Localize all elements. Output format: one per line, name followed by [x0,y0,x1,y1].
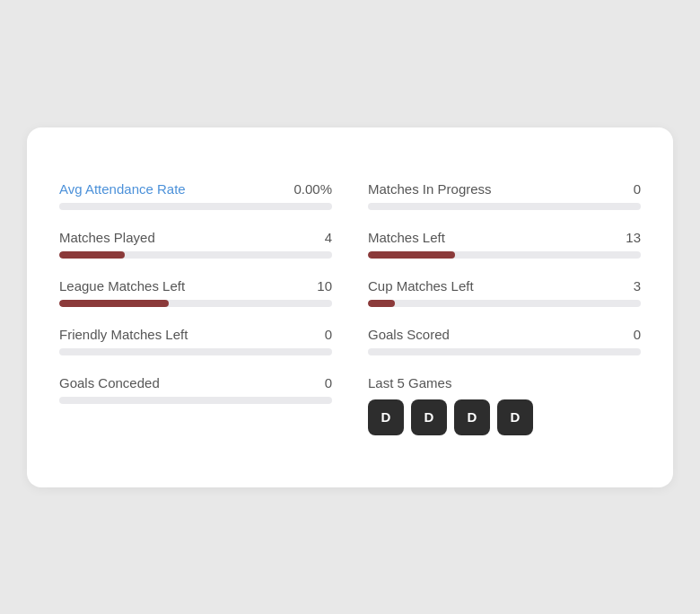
stat-value-league-matches-left: 10 [317,278,332,294]
stat-label-cup-matches-left: Cup Matches Left [368,278,474,294]
stat-label-avg-attendance: Avg Attendance Rate [59,181,186,197]
stat-row-cup-matches-left: Cup Matches Left3 [368,278,641,294]
stat-row-matches-left: Matches Left13 [368,230,641,245]
stat-value-avg-attendance: 0.00% [293,181,332,197]
stat-item-cup-matches-left: Cup Matches Left3 [368,278,641,307]
stat-value-matches-in-progress: 0 [634,181,641,197]
stats-grid: Avg Attendance Rate0.00%Matches Played4L… [59,181,641,455]
progress-bg-matches-left [368,251,641,259]
stat-item-avg-attendance: Avg Attendance Rate0.00% [59,181,332,210]
stat-value-cup-matches-left: 3 [634,278,641,294]
progress-bg-friendly-matches-left [59,348,332,355]
progress-fill-cup-matches-left [368,300,395,307]
games-badges: DDDD [368,399,641,435]
progress-bg-matches-in-progress [368,203,641,210]
left-column: Avg Attendance Rate0.00%Matches Played4L… [59,181,332,455]
stat-label-league-matches-left: League Matches Left [59,278,185,294]
game-badge: D [497,399,533,435]
stat-item-matches-in-progress: Matches In Progress0 [368,181,641,210]
game-badge: D [411,399,447,435]
stat-value-goals-conceded: 0 [325,375,332,390]
progress-bg-goals-scored [368,348,641,355]
right-column: Matches In Progress0Matches Left13Cup Ma… [368,181,641,455]
stat-row-avg-attendance: Avg Attendance Rate0.00% [59,181,332,197]
progress-bg-avg-attendance [59,203,332,210]
stat-item-goals-scored: Goals Scored0 [368,327,641,355]
progress-bg-cup-matches-left [368,300,641,307]
stat-item-matches-played: Matches Played4 [59,230,332,259]
stat-value-matches-played: 4 [325,230,332,245]
stat-item-friendly-matches-left: Friendly Matches Left0 [59,327,332,355]
progress-fill-matches-left [368,251,455,259]
stat-row-friendly-matches-left: Friendly Matches Left0 [59,327,332,342]
stat-label-last-5-games: Last 5 Games [368,375,641,390]
progress-fill-matches-played [59,251,125,259]
stat-row-matches-in-progress: Matches In Progress0 [368,181,641,197]
stat-label-friendly-matches-left: Friendly Matches Left [59,327,188,342]
stat-label-matches-played: Matches Played [59,230,155,245]
progress-bg-matches-played [59,251,332,259]
stat-row-league-matches-left: League Matches Left10 [59,278,332,294]
stat-item-goals-conceded: Goals Conceded0 [59,375,332,404]
stat-label-goals-conceded: Goals Conceded [59,375,160,390]
game-badge: D [454,399,490,435]
stat-item-matches-left: Matches Left13 [368,230,641,259]
progress-fill-league-matches-left [59,300,169,307]
game-badge: D [368,399,404,435]
stat-row-matches-played: Matches Played4 [59,230,332,245]
stat-item-league-matches-left: League Matches Left10 [59,278,332,307]
stat-value-goals-scored: 0 [634,327,641,342]
stat-label-matches-in-progress: Matches In Progress [368,181,492,197]
stat-item-last-5-games: Last 5 GamesDDDD [368,375,641,435]
fixture-stats-card: Avg Attendance Rate0.00%Matches Played4L… [27,127,673,487]
stat-value-matches-left: 13 [626,230,641,245]
stat-label-matches-left: Matches Left [368,230,445,245]
progress-bg-league-matches-left [59,300,332,307]
progress-bg-goals-conceded [59,397,332,404]
stat-label-goals-scored: Goals Scored [368,327,450,342]
stat-row-goals-conceded: Goals Conceded0 [59,375,332,390]
stat-value-friendly-matches-left: 0 [325,327,332,342]
stat-row-goals-scored: Goals Scored0 [368,327,641,342]
